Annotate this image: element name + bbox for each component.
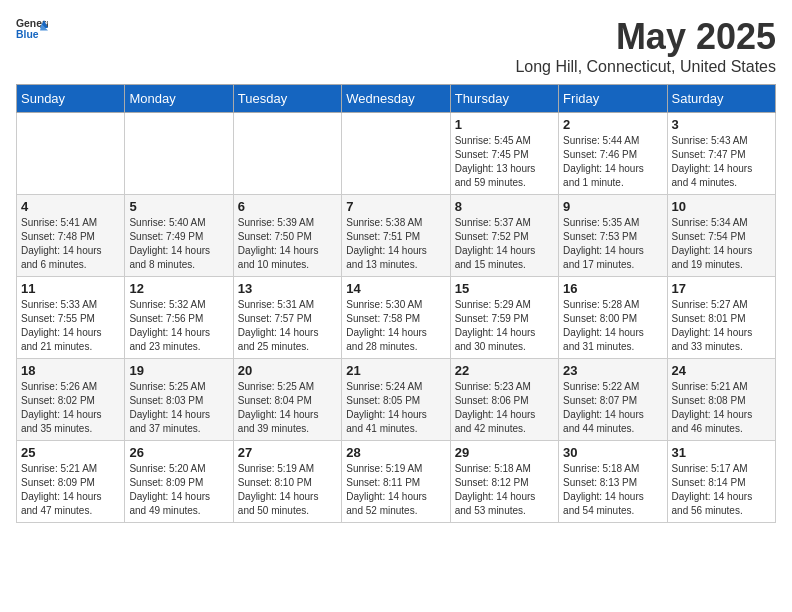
day-info: Sunrise: 5:37 AM Sunset: 7:52 PM Dayligh… — [455, 216, 554, 272]
calendar-cell: 30Sunrise: 5:18 AM Sunset: 8:13 PM Dayli… — [559, 441, 667, 523]
day-info: Sunrise: 5:40 AM Sunset: 7:49 PM Dayligh… — [129, 216, 228, 272]
page-subtitle: Long Hill, Connecticut, United States — [515, 58, 776, 76]
title-block: May 2025 Long Hill, Connecticut, United … — [515, 16, 776, 76]
calendar-cell — [342, 113, 450, 195]
day-info: Sunrise: 5:29 AM Sunset: 7:59 PM Dayligh… — [455, 298, 554, 354]
day-number: 12 — [129, 281, 228, 296]
day-number: 26 — [129, 445, 228, 460]
calendar-cell: 18Sunrise: 5:26 AM Sunset: 8:02 PM Dayli… — [17, 359, 125, 441]
day-info: Sunrise: 5:23 AM Sunset: 8:06 PM Dayligh… — [455, 380, 554, 436]
calendar-cell: 5Sunrise: 5:40 AM Sunset: 7:49 PM Daylig… — [125, 195, 233, 277]
day-info: Sunrise: 5:27 AM Sunset: 8:01 PM Dayligh… — [672, 298, 771, 354]
calendar-cell: 9Sunrise: 5:35 AM Sunset: 7:53 PM Daylig… — [559, 195, 667, 277]
day-number: 19 — [129, 363, 228, 378]
calendar-week-4: 18Sunrise: 5:26 AM Sunset: 8:02 PM Dayli… — [17, 359, 776, 441]
calendar-cell: 29Sunrise: 5:18 AM Sunset: 8:12 PM Dayli… — [450, 441, 558, 523]
day-number: 7 — [346, 199, 445, 214]
calendar-cell: 14Sunrise: 5:30 AM Sunset: 7:58 PM Dayli… — [342, 277, 450, 359]
day-number: 5 — [129, 199, 228, 214]
day-header-row: SundayMondayTuesdayWednesdayThursdayFrid… — [17, 85, 776, 113]
day-number: 11 — [21, 281, 120, 296]
day-info: Sunrise: 5:34 AM Sunset: 7:54 PM Dayligh… — [672, 216, 771, 272]
calendar-cell: 22Sunrise: 5:23 AM Sunset: 8:06 PM Dayli… — [450, 359, 558, 441]
day-number: 24 — [672, 363, 771, 378]
calendar-cell: 27Sunrise: 5:19 AM Sunset: 8:10 PM Dayli… — [233, 441, 341, 523]
day-number: 6 — [238, 199, 337, 214]
calendar-cell: 24Sunrise: 5:21 AM Sunset: 8:08 PM Dayli… — [667, 359, 775, 441]
day-number: 1 — [455, 117, 554, 132]
calendar-cell: 19Sunrise: 5:25 AM Sunset: 8:03 PM Dayli… — [125, 359, 233, 441]
day-info: Sunrise: 5:21 AM Sunset: 8:09 PM Dayligh… — [21, 462, 120, 518]
day-info: Sunrise: 5:28 AM Sunset: 8:00 PM Dayligh… — [563, 298, 662, 354]
header-thursday: Thursday — [450, 85, 558, 113]
calendar-cell: 26Sunrise: 5:20 AM Sunset: 8:09 PM Dayli… — [125, 441, 233, 523]
calendar-cell: 28Sunrise: 5:19 AM Sunset: 8:11 PM Dayli… — [342, 441, 450, 523]
day-number: 22 — [455, 363, 554, 378]
logo-icon: General Blue — [16, 16, 48, 44]
day-info: Sunrise: 5:44 AM Sunset: 7:46 PM Dayligh… — [563, 134, 662, 190]
calendar-cell: 12Sunrise: 5:32 AM Sunset: 7:56 PM Dayli… — [125, 277, 233, 359]
calendar-week-3: 11Sunrise: 5:33 AM Sunset: 7:55 PM Dayli… — [17, 277, 776, 359]
day-info: Sunrise: 5:18 AM Sunset: 8:13 PM Dayligh… — [563, 462, 662, 518]
day-number: 30 — [563, 445, 662, 460]
day-info: Sunrise: 5:24 AM Sunset: 8:05 PM Dayligh… — [346, 380, 445, 436]
calendar-cell: 16Sunrise: 5:28 AM Sunset: 8:00 PM Dayli… — [559, 277, 667, 359]
calendar-cell: 21Sunrise: 5:24 AM Sunset: 8:05 PM Dayli… — [342, 359, 450, 441]
day-number: 9 — [563, 199, 662, 214]
day-number: 27 — [238, 445, 337, 460]
day-number: 18 — [21, 363, 120, 378]
header-friday: Friday — [559, 85, 667, 113]
calendar-cell: 2Sunrise: 5:44 AM Sunset: 7:46 PM Daylig… — [559, 113, 667, 195]
header-tuesday: Tuesday — [233, 85, 341, 113]
calendar-cell — [233, 113, 341, 195]
day-number: 23 — [563, 363, 662, 378]
day-info: Sunrise: 5:21 AM Sunset: 8:08 PM Dayligh… — [672, 380, 771, 436]
day-number: 14 — [346, 281, 445, 296]
day-info: Sunrise: 5:39 AM Sunset: 7:50 PM Dayligh… — [238, 216, 337, 272]
calendar-week-1: 1Sunrise: 5:45 AM Sunset: 7:45 PM Daylig… — [17, 113, 776, 195]
calendar-cell: 1Sunrise: 5:45 AM Sunset: 7:45 PM Daylig… — [450, 113, 558, 195]
day-number: 15 — [455, 281, 554, 296]
day-number: 28 — [346, 445, 445, 460]
logo: General Blue — [16, 16, 48, 44]
calendar-cell: 15Sunrise: 5:29 AM Sunset: 7:59 PM Dayli… — [450, 277, 558, 359]
day-info: Sunrise: 5:25 AM Sunset: 8:04 PM Dayligh… — [238, 380, 337, 436]
day-number: 25 — [21, 445, 120, 460]
calendar-cell — [125, 113, 233, 195]
calendar-cell: 4Sunrise: 5:41 AM Sunset: 7:48 PM Daylig… — [17, 195, 125, 277]
day-number: 3 — [672, 117, 771, 132]
day-number: 4 — [21, 199, 120, 214]
day-info: Sunrise: 5:32 AM Sunset: 7:56 PM Dayligh… — [129, 298, 228, 354]
calendar-cell: 11Sunrise: 5:33 AM Sunset: 7:55 PM Dayli… — [17, 277, 125, 359]
day-info: Sunrise: 5:41 AM Sunset: 7:48 PM Dayligh… — [21, 216, 120, 272]
day-info: Sunrise: 5:26 AM Sunset: 8:02 PM Dayligh… — [21, 380, 120, 436]
calendar-cell: 23Sunrise: 5:22 AM Sunset: 8:07 PM Dayli… — [559, 359, 667, 441]
day-info: Sunrise: 5:20 AM Sunset: 8:09 PM Dayligh… — [129, 462, 228, 518]
calendar-cell: 17Sunrise: 5:27 AM Sunset: 8:01 PM Dayli… — [667, 277, 775, 359]
calendar-table: SundayMondayTuesdayWednesdayThursdayFrid… — [16, 84, 776, 523]
calendar-cell: 7Sunrise: 5:38 AM Sunset: 7:51 PM Daylig… — [342, 195, 450, 277]
day-number: 10 — [672, 199, 771, 214]
day-number: 8 — [455, 199, 554, 214]
day-info: Sunrise: 5:22 AM Sunset: 8:07 PM Dayligh… — [563, 380, 662, 436]
day-info: Sunrise: 5:19 AM Sunset: 8:10 PM Dayligh… — [238, 462, 337, 518]
calendar-cell: 10Sunrise: 5:34 AM Sunset: 7:54 PM Dayli… — [667, 195, 775, 277]
day-number: 13 — [238, 281, 337, 296]
day-number: 21 — [346, 363, 445, 378]
header-wednesday: Wednesday — [342, 85, 450, 113]
day-number: 2 — [563, 117, 662, 132]
day-info: Sunrise: 5:35 AM Sunset: 7:53 PM Dayligh… — [563, 216, 662, 272]
page-title: May 2025 — [515, 16, 776, 58]
day-info: Sunrise: 5:43 AM Sunset: 7:47 PM Dayligh… — [672, 134, 771, 190]
calendar-cell: 20Sunrise: 5:25 AM Sunset: 8:04 PM Dayli… — [233, 359, 341, 441]
calendar-cell: 25Sunrise: 5:21 AM Sunset: 8:09 PM Dayli… — [17, 441, 125, 523]
day-info: Sunrise: 5:33 AM Sunset: 7:55 PM Dayligh… — [21, 298, 120, 354]
day-number: 17 — [672, 281, 771, 296]
day-info: Sunrise: 5:25 AM Sunset: 8:03 PM Dayligh… — [129, 380, 228, 436]
day-info: Sunrise: 5:19 AM Sunset: 8:11 PM Dayligh… — [346, 462, 445, 518]
day-info: Sunrise: 5:38 AM Sunset: 7:51 PM Dayligh… — [346, 216, 445, 272]
calendar-cell: 8Sunrise: 5:37 AM Sunset: 7:52 PM Daylig… — [450, 195, 558, 277]
calendar-cell: 31Sunrise: 5:17 AM Sunset: 8:14 PM Dayli… — [667, 441, 775, 523]
day-number: 16 — [563, 281, 662, 296]
day-number: 20 — [238, 363, 337, 378]
